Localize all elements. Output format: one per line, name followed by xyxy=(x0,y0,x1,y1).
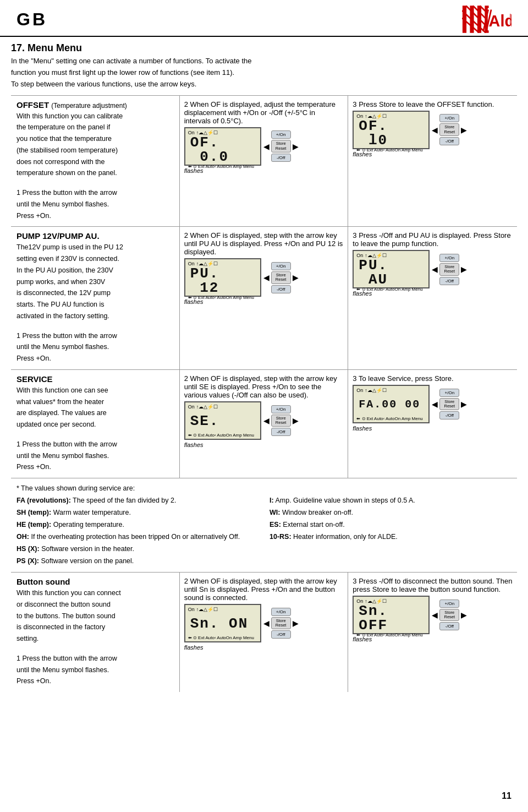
service-minus-off-1[interactable]: -/Off xyxy=(271,428,291,436)
button-sound-arrow-left-2: ◀ xyxy=(432,611,438,619)
offset-controls-1[interactable]: +/On ◀ Store Reset ▶ -/Off xyxy=(263,130,299,162)
button-sound-store-1[interactable]: Store Reset xyxy=(271,617,291,630)
rs-line: 10-RS: Heater information, only for ALDE… xyxy=(270,531,512,542)
store-reset-button-2[interactable]: Store Reset xyxy=(439,123,459,136)
pump-desc1: The12V pump is used in the PU 12 xyxy=(16,242,174,253)
button-sound-section: Button sound With this function you can … xyxy=(11,572,517,692)
oh-line: OH: If the overheating protection has be… xyxy=(16,531,258,542)
pump-desc3: In the PU AU position, the 230V xyxy=(16,265,174,276)
button-sound-lcd1-top: On ↑☁△⚡☐ xyxy=(188,607,218,612)
pump-lcd1: On ↑☁△⚡☐ PU. 12 ⬅ ⊙ Ext Auto‹ AutoOn Amp… xyxy=(184,258,261,297)
pump-arrow-left-1: ◀ xyxy=(263,273,270,282)
arrow-right-icon-1: ▶ xyxy=(293,142,299,151)
button-sound-step1: 1 Press the button with the arrow xyxy=(16,653,174,664)
service-lcd1-top: On ↑☁△⚡☐ xyxy=(188,404,218,410)
button-sound-desc1: With this function you can connect xyxy=(16,588,174,598)
values-col-right: I: Amp. Guideline value shown in steps o… xyxy=(270,495,512,568)
service-controls-1[interactable]: +/On ◀ Store Reset ▶ -/Off xyxy=(263,405,299,437)
button-sound-plus-on-2[interactable]: +/On xyxy=(439,600,459,608)
service-arrow-right-1: ▶ xyxy=(293,416,299,425)
values-header: * The values shown during service are: xyxy=(16,483,512,494)
service-heading: SERVICE xyxy=(16,374,174,384)
pump-right: 3 Press -/Off and PU AU is displayed. Pr… xyxy=(348,227,517,369)
offset-lcd1-bottom: ⬅ ⊙ Ext Auto‹ AutoOn Amp Menu xyxy=(188,164,257,169)
intro-p1: In the "Menu" setting one can activate a… xyxy=(11,56,517,66)
offset-step1b: until the Menu symbol flashes. xyxy=(16,199,174,210)
pump-desc5: is disconnected, the 12V pump xyxy=(16,288,174,298)
pump-minus-off-2[interactable]: -/Off xyxy=(439,277,459,285)
store-reset-button-1[interactable]: Store Reset xyxy=(271,140,291,152)
button-sound-desc2: or disconnect the button sound xyxy=(16,600,174,610)
button-sound-minus-off-2[interactable]: -/Off xyxy=(439,622,459,630)
button-sound-store-wrap-1: ◀ Store Reset ▶ xyxy=(263,617,299,630)
button-sound-display-2: On ↑☁△⚡☐ Sn. OFF ⬅ ⊙ Ext Auto‹ AutoOn Am… xyxy=(353,596,467,634)
pump-minus-off-1[interactable]: -/Off xyxy=(271,285,291,293)
pump-controls-1[interactable]: +/On ◀ Store Reset ▶ -/Off xyxy=(263,262,299,293)
pump-plus-on-1[interactable]: +/On xyxy=(271,262,291,270)
button-sound-lcd1: On ↑☁△⚡☐ Sn. ON ⬅ ⊙ Ext Auto‹ AutoOn Amp… xyxy=(184,604,261,642)
language-label: GB xyxy=(16,9,47,30)
service-left: SERVICE With this function one can see w… xyxy=(11,370,180,478)
pump-lcd1-bottom: ⬅ ⊙ Ext Auto‹ AutoOn Amp Menu xyxy=(188,295,257,300)
button-sound-arrow-right-1: ▶ xyxy=(293,619,299,628)
service-step1c: Press +On. xyxy=(16,462,174,472)
offset-right: 3 Press Store to leave the OFFSET functi… xyxy=(348,96,517,227)
button-sound-col2-text: When OF is displayed, step with the arro… xyxy=(184,577,337,602)
offset-lcd2-main: OF. l0 xyxy=(356,119,426,148)
service-store-reset-1[interactable]: Store Reset xyxy=(271,415,291,427)
page-intro: 17. Menu Menu In the "Menu" setting one … xyxy=(11,42,517,90)
service-lcd2-bottom: ⬅ ⊙ Ext Auto‹ AutoOn Amp Menu xyxy=(356,416,426,421)
button-sound-minus-off-1[interactable]: -/Off xyxy=(271,630,291,639)
wi-line: WI: Window breaker on-off. xyxy=(270,507,512,518)
offset-desc6: temperature shown on the panel. xyxy=(16,168,174,178)
service-plus-on-2[interactable]: +/On xyxy=(439,389,459,397)
button-sound-store-wrap-2: ◀ Store Reset ▶ xyxy=(432,609,467,622)
minus-off-button-2[interactable]: -/Off xyxy=(439,137,459,145)
offset-controls-2[interactable]: +/On ◀ Store Reset ▶ -/Off xyxy=(432,114,467,145)
service-arrow-left-2: ◀ xyxy=(432,400,438,408)
pump-store-reset-1[interactable]: Store Reset xyxy=(271,271,291,284)
pump-desc7: activated in the factory setting. xyxy=(16,311,174,321)
pump-lcd1-main: PU. 12 xyxy=(188,266,257,295)
service-controls-2[interactable]: +/On ◀ Store Reset ▶ -/Off xyxy=(432,389,467,420)
pump-display-1: On ↑☁△⚡☐ PU. 12 ⬅ ⊙ Ext Auto‹ AutoOn Amp… xyxy=(184,258,299,297)
button-sound-lcd1-main: Sn. ON xyxy=(188,617,249,631)
button-sound-desc5: setting. xyxy=(16,634,174,644)
values-col-left: FA (revolutions): The speed of the fan d… xyxy=(16,495,258,568)
pump-section: PUMP 12V/PUMP AU. The12V pump is used in… xyxy=(11,226,517,369)
offset-display-2: On ↑☁△⚡☐ OF. l0 ⬅ ⊙ Ext Auto‹ AutoOn Amp… xyxy=(353,111,467,149)
minus-off-button-1[interactable]: -/Off xyxy=(271,154,291,162)
service-desc1: With this function one can see xyxy=(16,385,174,396)
plus-on-button-2[interactable]: +/On xyxy=(439,114,459,122)
service-display-1: On ↑☁△⚡☐ SE. ⬅ ⊙ Ext Auto‹ AutoOn Amp Me… xyxy=(184,401,299,440)
service-lcd2-main: FA.00 00 xyxy=(356,399,420,410)
pump-store-reset-2[interactable]: Store Reset xyxy=(439,263,459,276)
svg-text:Alde: Alde xyxy=(489,12,512,30)
pump-plus-on-2[interactable]: +/On xyxy=(439,254,459,262)
pump-lcd2-main: PU. AU xyxy=(356,258,426,287)
button-sound-left: Button sound With this function you can … xyxy=(11,573,180,692)
service-minus-off-2[interactable]: -/Off xyxy=(439,411,459,419)
service-lcd2-top: On ↑☁△⚡☐ xyxy=(356,388,387,393)
button-sound-controls-1[interactable]: +/On ◀ Store Reset ▶ -/Off xyxy=(263,608,299,639)
service-lcd1-main: SE. xyxy=(188,414,219,428)
page-number: 11 xyxy=(502,791,512,801)
button-sound-heading: Button sound xyxy=(16,577,174,586)
pump-desc4: pump works, and when 230V xyxy=(16,277,174,287)
button-sound-store-2[interactable]: Store Reset xyxy=(439,609,459,622)
pump-col2-step: 2 xyxy=(184,231,188,239)
pump-arrow-left-2: ◀ xyxy=(432,265,438,274)
button-sound-col2-step: 2 xyxy=(184,577,188,585)
button-sound-controls-2[interactable]: +/On ◀ Store Reset ▶ -/Off xyxy=(432,600,467,631)
service-arrow-right-2: ▶ xyxy=(461,400,467,408)
fa-line: FA (revolutions): The speed of the fan d… xyxy=(16,495,258,506)
service-store-reset-2[interactable]: Store Reset xyxy=(439,398,459,411)
button-sound-plus-on-1[interactable]: +/On xyxy=(271,608,291,616)
button-sound-step1c: Press +On. xyxy=(16,676,174,686)
offset-step1c: Press +On. xyxy=(16,211,174,221)
pump-controls-2[interactable]: +/On ◀ Store Reset ▶ -/Off xyxy=(432,254,467,285)
es-line: ES: External start on-off. xyxy=(270,519,512,530)
offset-lcd1-main: OF. 0.0 xyxy=(188,135,257,164)
plus-on-button-1[interactable]: +/On xyxy=(271,130,291,139)
service-plus-on-1[interactable]: +/On xyxy=(271,405,291,413)
